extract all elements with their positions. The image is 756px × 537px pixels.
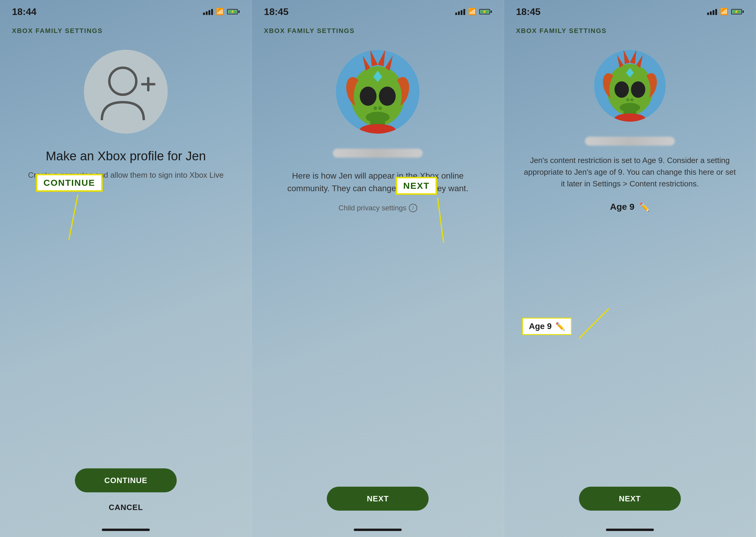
continue-button[interactable]: CONTINUE xyxy=(75,468,177,492)
signal-icon-1 xyxy=(203,8,213,15)
svg-point-33 xyxy=(631,81,645,98)
next-button-2-label: NEXT xyxy=(367,494,389,503)
battery-icon-1: ⚡ xyxy=(227,9,240,15)
status-icons-3: 📶 ⚡ xyxy=(707,8,744,16)
svg-point-17 xyxy=(378,106,382,110)
wifi-icon-2: 📶 xyxy=(468,8,476,16)
age-annotation-label: Age 9 xyxy=(529,321,552,331)
xbox-avatar-container xyxy=(336,50,420,134)
xbox-avatar-svg-3 xyxy=(594,50,666,122)
screen1-bottom: CONTINUE CANCEL xyxy=(18,468,234,519)
edit-age-pencil[interactable]: ✏️ xyxy=(639,202,650,212)
add-person-icon xyxy=(96,60,156,123)
next-annotation-box-2: NEXT xyxy=(396,177,437,195)
app-title-1: XBOX FAMILY SETTINGS xyxy=(12,27,103,34)
svg-point-18 xyxy=(366,112,390,123)
privacy-link-label: Child privacy settings xyxy=(338,204,406,212)
status-time-1: 18:44 xyxy=(12,6,37,18)
screen3-body-text: Jen's content restriction is set to Age … xyxy=(522,155,738,190)
home-indicator-2 xyxy=(354,529,402,531)
phone-screen-1: 18:44 📶 ⚡ XBOX FAMILY SETTINGS xyxy=(0,0,252,537)
svg-point-34 xyxy=(626,98,629,101)
wifi-icon-1: 📶 xyxy=(216,8,224,16)
phone-screen-2: 18:45 📶 ⚡ XBOX FAMILY SETTINGS xyxy=(252,0,504,537)
cancel-button[interactable]: CANCEL xyxy=(104,498,147,516)
gamertag-blur xyxy=(333,149,423,158)
status-bar-3: 18:45 📶 ⚡ xyxy=(504,0,756,21)
svg-point-32 xyxy=(614,81,629,98)
screen2-wrapper: 18:45 📶 ⚡ XBOX FAMILY SETTINGS xyxy=(252,0,504,537)
age-label-text: Age 9 xyxy=(610,202,634,212)
info-icon: i xyxy=(409,204,417,212)
status-bar-1: 18:44 📶 ⚡ xyxy=(0,0,251,21)
app-title-2: XBOX FAMILY SETTINGS xyxy=(264,27,355,34)
screen1-wrapper: 18:44 📶 ⚡ XBOX FAMILY SETTINGS xyxy=(0,0,252,537)
phone-screen-3: 18:45 📶 ⚡ XBOX FAMILY SETTINGS xyxy=(504,0,756,537)
age-annotation-box: Age 9 ✏️ xyxy=(522,318,572,335)
next-button-3-label: NEXT xyxy=(619,494,641,503)
app-header-2: XBOX FAMILY SETTINGS xyxy=(252,21,504,38)
status-icons-1: 📶 ⚡ xyxy=(203,8,240,16)
status-bar-2: 18:45 📶 ⚡ xyxy=(252,0,504,21)
xbox-avatar-container-3 xyxy=(594,50,666,122)
signal-icon-3 xyxy=(707,8,717,15)
battery-icon-2: ⚡ xyxy=(479,9,492,15)
continue-annotation-box: CONTINUE xyxy=(36,174,103,192)
status-icons-2: 📶 ⚡ xyxy=(455,8,492,16)
screen2-content: Here is how Jen will appear in the Xbox … xyxy=(252,38,504,526)
continue-button-label: CONTINUE xyxy=(104,476,147,485)
continue-annotation-label: CONTINUE xyxy=(43,178,95,187)
status-time-3: 18:45 xyxy=(516,6,541,18)
battery-icon-3: ⚡ xyxy=(731,9,744,15)
age-annotation-pencil: ✏️ xyxy=(555,322,565,331)
app-header-3: XBOX FAMILY SETTINGS xyxy=(504,21,756,38)
screen2-bottom: NEXT xyxy=(270,487,485,519)
next-annotation-label-2: NEXT xyxy=(403,181,430,190)
avatar-placeholder xyxy=(84,50,168,134)
home-indicator-3 xyxy=(606,529,654,531)
next-button-3[interactable]: NEXT xyxy=(579,487,681,511)
svg-point-15 xyxy=(379,87,396,106)
app-header-1: XBOX FAMILY SETTINGS xyxy=(0,21,251,38)
age-display: Age 9 ✏️ xyxy=(610,202,650,212)
wifi-icon-3: 📶 xyxy=(720,8,728,16)
screen3-content: Jen's content restriction is set to Age … xyxy=(504,38,756,526)
signal-icon-2 xyxy=(455,8,465,15)
privacy-settings-link[interactable]: Child privacy settings i xyxy=(338,204,417,212)
svg-point-14 xyxy=(360,87,376,106)
xbox-avatar-svg xyxy=(336,50,420,134)
svg-point-0 xyxy=(109,68,136,95)
next-button-2[interactable]: NEXT xyxy=(327,487,429,511)
svg-point-35 xyxy=(630,98,633,101)
svg-point-16 xyxy=(373,106,377,110)
screen1-content: Make an Xbox profile for Jen Create a ga… xyxy=(0,38,251,526)
screen2-body-text: Here is how Jen will appear in the Xbox … xyxy=(270,170,485,195)
home-indicator-1 xyxy=(102,529,150,531)
screen3-wrapper: 18:45 📶 ⚡ XBOX FAMILY SETTINGS xyxy=(504,0,756,537)
screen3-bottom: NEXT xyxy=(522,487,738,519)
screen1-main-title: Make an Xbox profile for Jen xyxy=(46,149,206,164)
app-title-3: XBOX FAMILY SETTINGS xyxy=(516,27,607,34)
status-time-2: 18:45 xyxy=(264,6,288,18)
gamertag-blur-3 xyxy=(585,137,675,145)
svg-point-36 xyxy=(620,103,640,112)
